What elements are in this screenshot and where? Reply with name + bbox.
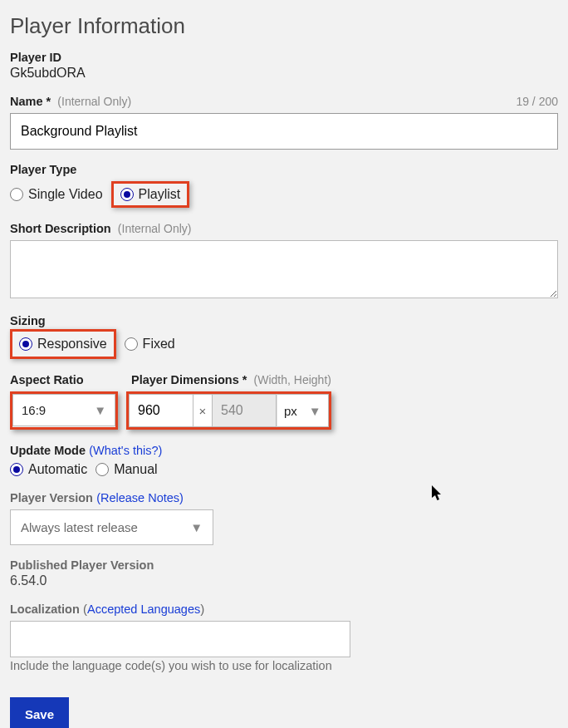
page-title: Player Information <box>10 13 558 39</box>
player-type-single-radio[interactable]: Single Video <box>10 187 103 202</box>
save-button[interactable]: Save <box>10 697 69 728</box>
player-type-single-label: Single Video <box>28 187 103 202</box>
sizing-label: Sizing <box>10 314 558 327</box>
highlight-aspect-ratio: 16:9 ▼ <box>10 391 118 430</box>
sizing-fixed-label: Fixed <box>143 337 175 352</box>
radio-selected-icon <box>120 188 134 201</box>
aspect-ratio-label: Aspect Ratio <box>10 373 84 386</box>
radio-unselected-icon <box>10 188 23 201</box>
aspect-ratio-select[interactable]: 16:9 ▼ <box>12 394 115 426</box>
name-section: Name * (Internal Only) 19 / 200 <box>10 94 558 150</box>
player-version-section: Player Version (Release Notes) Always la… <box>10 490 558 545</box>
localization-helper: Include the language code(s) you wish to… <box>10 659 558 672</box>
dimensions-width-input[interactable] <box>129 394 193 427</box>
radio-unselected-icon <box>125 337 138 351</box>
dimensions-hint: (Width, Height) <box>254 373 331 386</box>
player-id-label: Player ID <box>10 51 558 64</box>
player-id-section: Player ID Gk5ubdORA <box>10 51 558 81</box>
dimensions-height-input <box>212 394 277 427</box>
name-input[interactable] <box>10 113 558 150</box>
player-id-value: Gk5ubdORA <box>10 66 558 81</box>
player-version-label: Player Version <box>10 491 93 504</box>
dimensions-label: Player Dimensions * <box>131 373 247 386</box>
radio-selected-icon <box>10 463 23 476</box>
highlight-responsive: Responsive <box>10 329 116 359</box>
chevron-down-icon: ▼ <box>190 520 203 534</box>
dimensions-unit-label: px <box>284 404 297 418</box>
player-type-label: Player Type <box>10 163 558 176</box>
sizing-responsive-label: Responsive <box>37 337 107 352</box>
update-mode-section: Update Mode (What's this?) Automatic Man… <box>10 443 558 477</box>
name-label: Name * <box>10 95 51 108</box>
player-type-section: Player Type Single Video Playlist <box>10 163 558 208</box>
update-mode-automatic-radio[interactable]: Automatic <box>10 462 87 477</box>
published-version-section: Published Player Version 6.54.0 <box>10 558 558 588</box>
update-mode-automatic-label: Automatic <box>28 462 87 477</box>
radio-unselected-icon <box>95 463 109 476</box>
published-version-label: Published Player Version <box>10 558 558 572</box>
player-type-playlist-radio[interactable]: Playlist <box>120 187 181 202</box>
update-mode-manual-radio[interactable]: Manual <box>95 462 157 477</box>
sizing-section: Sizing Responsive Fixed <box>10 314 558 359</box>
update-mode-label: Update Mode <box>10 444 86 457</box>
highlight-dimensions: × px ▼ <box>126 391 331 430</box>
short-description-section: Short Description (Internal Only) <box>10 221 558 301</box>
short-description-hint: (Internal Only) <box>118 222 192 235</box>
player-type-playlist-label: Playlist <box>139 187 181 202</box>
player-version-value: Always latest release <box>21 520 138 534</box>
published-version-value: 6.54.0 <box>10 573 558 588</box>
localization-link[interactable]: Accepted Languages <box>87 603 200 616</box>
dimensions-unit-select[interactable]: px ▼ <box>277 394 329 427</box>
highlight-playlist: Playlist <box>111 181 190 208</box>
dimensions-separator: × <box>193 394 212 427</box>
name-counter: 19 / 200 <box>516 95 558 108</box>
localization-section: Localization (Accepted Languages) Includ… <box>10 602 558 672</box>
short-description-label: Short Description <box>10 222 111 235</box>
aspect-ratio-value: 16:9 <box>22 403 46 417</box>
aspect-dimensions-section: Aspect Ratio Player Dimensions * (Width,… <box>10 372 558 430</box>
chevron-down-icon: ▼ <box>94 403 106 417</box>
update-mode-link[interactable]: (What's this?) <box>89 444 162 457</box>
short-description-input[interactable] <box>10 240 558 298</box>
sizing-fixed-radio[interactable]: Fixed <box>125 337 175 352</box>
player-version-link[interactable]: (Release Notes) <box>96 491 184 504</box>
radio-selected-icon <box>19 337 32 351</box>
name-hint: (Internal Only) <box>57 95 131 108</box>
chevron-down-icon: ▼ <box>309 404 321 418</box>
player-version-select[interactable]: Always latest release ▼ <box>10 509 213 545</box>
localization-label: Localization <box>10 603 80 616</box>
sizing-responsive-radio[interactable]: Responsive <box>19 337 107 352</box>
update-mode-manual-label: Manual <box>114 462 157 477</box>
localization-input[interactable] <box>10 621 350 657</box>
